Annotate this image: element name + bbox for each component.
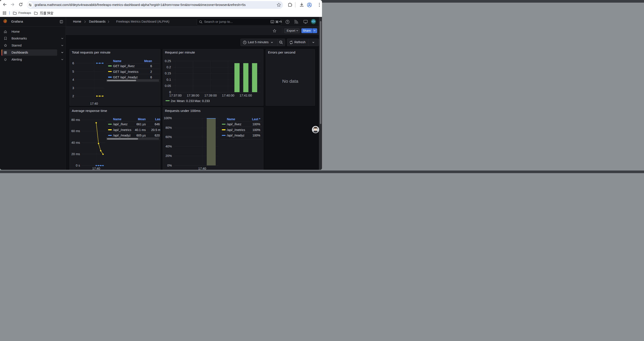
- svg-text:80%: 80%: [165, 126, 172, 129]
- svg-text:0.2: 0.2: [166, 65, 171, 69]
- svg-text:5: 5: [72, 70, 74, 73]
- svg-text:3: 3: [72, 86, 74, 90]
- svg-text:0.1: 0.1: [166, 78, 171, 81]
- svg-text:17:38:00: 17:38:00: [187, 94, 199, 97]
- svg-text:0.15: 0.15: [164, 72, 171, 75]
- svg-text:17:39:00: 17:39:00: [204, 94, 216, 97]
- svg-text:4: 4: [72, 78, 74, 81]
- svg-text:0%: 0%: [167, 164, 172, 167]
- svg-text:0: 0: [169, 90, 171, 94]
- svg-text:17:40: 17:40: [198, 167, 206, 170]
- svg-text:17:40:00: 17:40:00: [222, 94, 234, 97]
- svg-text:17:37:00: 17:37:00: [169, 94, 182, 97]
- svg-text:6: 6: [72, 62, 74, 65]
- svg-text:40 ms: 40 ms: [71, 141, 80, 144]
- svg-text:40%: 40%: [165, 145, 172, 148]
- svg-text:0.05: 0.05: [164, 84, 171, 88]
- svg-text:60%: 60%: [165, 135, 172, 139]
- svg-text:80 ms: 80 ms: [71, 118, 80, 122]
- svg-text:60 ms: 60 ms: [71, 129, 80, 133]
- svg-text:17:41:00: 17:41:00: [239, 94, 252, 97]
- svg-text:2: 2: [72, 94, 74, 98]
- svg-text:100%: 100%: [164, 116, 172, 120]
- svg-text:17:40: 17:40: [92, 167, 100, 170]
- svg-text:17:40: 17:40: [90, 102, 98, 105]
- svg-text:20%: 20%: [165, 154, 172, 158]
- svg-text:20 ms: 20 ms: [71, 152, 80, 156]
- svg-text:0.25: 0.25: [164, 59, 171, 63]
- svg-text:0 s: 0 s: [76, 164, 80, 167]
